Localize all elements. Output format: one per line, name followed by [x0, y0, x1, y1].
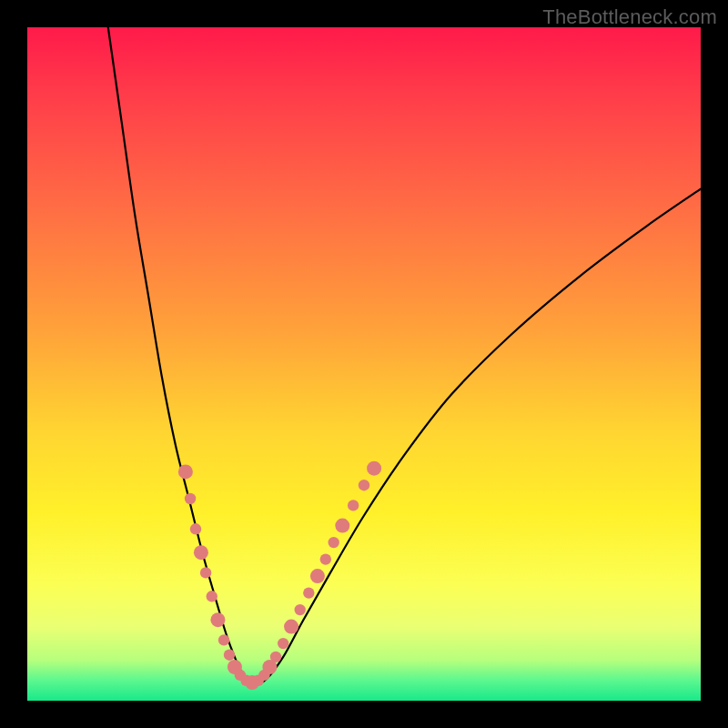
chart-frame: TheBottleneck.com: [0, 0, 728, 728]
sample-dot: [190, 523, 201, 534]
sample-dot: [278, 638, 288, 649]
sample-dots-group: [178, 461, 381, 690]
sample-dot: [348, 500, 359, 511]
sample-dot: [295, 604, 306, 615]
sample-dot: [270, 652, 281, 662]
sample-dot: [207, 591, 217, 602]
sample-dot: [367, 461, 381, 476]
sample-dot: [210, 612, 225, 627]
sample-dot: [224, 649, 235, 660]
sample-dot: [303, 587, 314, 598]
sample-dot: [335, 519, 349, 533]
sample-dot: [185, 493, 196, 504]
sample-dot: [218, 634, 229, 645]
sample-dot: [320, 553, 331, 564]
sample-dot: [329, 537, 339, 548]
sample-dot: [284, 620, 298, 634]
bottleneck-curve: [108, 27, 701, 683]
chart-svg: [27, 27, 701, 701]
sample-dot: [194, 545, 208, 560]
sample-dot: [359, 480, 369, 490]
watermark-text: TheBottleneck.com: [542, 5, 717, 29]
sample-dot: [200, 567, 211, 578]
sample-dot: [178, 464, 193, 479]
sample-dot: [310, 569, 325, 583]
plot-area: [27, 27, 701, 701]
